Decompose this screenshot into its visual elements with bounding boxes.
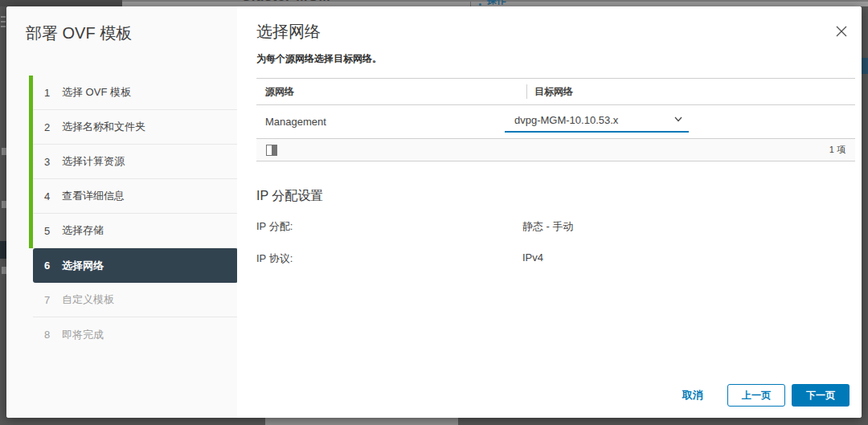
back-button[interactable]: 上一页 bbox=[727, 384, 785, 407]
backdrop-right-strip bbox=[862, 6, 868, 418]
actions-bullet-icon bbox=[479, 3, 481, 6]
wizard-steps-list: 1 选择 OVF 模板 2 选择名称和文件夹 3 选择计算资源 4 查看详细信息… bbox=[29, 76, 238, 352]
step-label: 查看详细信息 bbox=[62, 189, 125, 203]
backdrop-toolbar-fragment bbox=[0, 0, 122, 6]
step-number: 2 bbox=[44, 121, 55, 133]
step-number: 5 bbox=[44, 225, 55, 237]
step-label: 自定义模板 bbox=[62, 292, 114, 307]
wizard-main-panel: 选择网络 为每个源网络选择目标网络。 源网络 目标网络 Management d… bbox=[237, 6, 862, 418]
step-label: 选择 OVF 模板 bbox=[62, 85, 131, 100]
step-label: 选择网络 bbox=[62, 259, 104, 273]
backdrop-shade bbox=[0, 0, 868, 2]
target-network-select[interactable]: dvpg-MGM-10.10.53.x bbox=[505, 111, 689, 133]
step-number: 7 bbox=[44, 294, 55, 306]
background-cluster-title: Cluster-MGM bbox=[241, 0, 330, 5]
step-number: 3 bbox=[44, 156, 55, 168]
wizard-step-1[interactable]: 1 选择 OVF 模板 bbox=[33, 76, 238, 110]
source-network-cell: Management bbox=[256, 116, 526, 128]
next-button[interactable]: 下一页 bbox=[792, 384, 850, 407]
ip-protocol-value: IPv4 bbox=[522, 251, 543, 264]
table-footer: 1 项 bbox=[256, 138, 855, 161]
chevron-down-icon bbox=[673, 113, 684, 128]
ip-allocation-label: IP 分配: bbox=[256, 219, 293, 234]
columns-toggle-icon[interactable] bbox=[266, 145, 277, 156]
item-count: 1 项 bbox=[829, 144, 845, 156]
backdrop-button-fragment bbox=[862, 58, 868, 74]
step-number: 1 bbox=[44, 87, 55, 99]
close-icon[interactable] bbox=[834, 24, 849, 39]
step-label: 选择名称和文件夹 bbox=[62, 120, 145, 134]
wizard-step-5[interactable]: 5 选择存储 bbox=[33, 214, 238, 248]
ip-protocol-label: IP 协议: bbox=[256, 251, 293, 266]
step-number: 8 bbox=[44, 329, 55, 341]
step-label: 选择计算资源 bbox=[62, 154, 125, 169]
step-label: 选择存储 bbox=[62, 223, 104, 238]
step-number: 4 bbox=[44, 190, 55, 202]
table-row: Management dvpg-MGM-10.10.53.x bbox=[256, 105, 855, 138]
backdrop-fragment bbox=[1, 26, 6, 27]
dialog-footer: 取消 上一页 下一页 bbox=[682, 384, 850, 407]
ip-allocation-row: IP 分配: 静态 - 手动 bbox=[256, 219, 855, 234]
page-title: 选择网络 bbox=[256, 21, 321, 43]
wizard-sidebar: 部署 OVF 模板 1 选择 OVF 模板 2 选择名称和文件夹 3 选择计算资… bbox=[6, 6, 237, 418]
column-header-source[interactable]: 源网络 bbox=[256, 85, 526, 99]
backdrop-bottom-strip bbox=[0, 418, 868, 425]
select-value: dvpg-MGM-10.10.53.x bbox=[514, 114, 673, 126]
wizard-step-7: 7 自定义模板 bbox=[33, 283, 238, 317]
progress-bar bbox=[29, 76, 33, 248]
backdrop-fragment bbox=[1, 16, 6, 18]
backdrop-fragment bbox=[265, 418, 458, 425]
wizard-step-4[interactable]: 4 查看详细信息 bbox=[33, 179, 238, 214]
dialog-title: 部署 OVF 模板 bbox=[26, 22, 132, 44]
page-subtitle: 为每个源网络选择目标网络。 bbox=[256, 52, 382, 66]
deploy-ovf-dialog: 部署 OVF 模板 1 选择 OVF 模板 2 选择名称和文件夹 3 选择计算资… bbox=[6, 6, 862, 418]
wizard-step-3[interactable]: 3 选择计算资源 bbox=[33, 145, 238, 179]
column-header-target[interactable]: 目标网络 bbox=[526, 85, 855, 99]
column-divider[interactable] bbox=[526, 84, 527, 99]
ip-protocol-row: IP 协议: IPv4 bbox=[256, 251, 855, 266]
cancel-button[interactable]: 取消 bbox=[682, 388, 703, 403]
background-actions-link: 操作 bbox=[487, 0, 506, 6]
backdrop-selected-item-fragment bbox=[0, 241, 6, 259]
network-mapping-table: 源网络 目标网络 Management dvpg-MGM-10.10.53.x bbox=[256, 78, 855, 161]
step-label: 即将完成 bbox=[62, 328, 104, 342]
ip-section-title: IP 分配设置 bbox=[256, 188, 323, 205]
ip-allocation-value: 静态 - 手动 bbox=[522, 219, 574, 234]
backdrop-top-strip: Cluster-MGM 操作 bbox=[0, 0, 868, 6]
table-header-row: 源网络 目标网络 bbox=[256, 79, 855, 105]
backdrop-left-strip bbox=[0, 6, 6, 418]
backdrop-fragment bbox=[1, 21, 6, 22]
wizard-step-2[interactable]: 2 选择名称和文件夹 bbox=[33, 110, 238, 145]
step-number: 6 bbox=[44, 259, 55, 272]
wizard-step-8: 8 即将完成 bbox=[33, 317, 238, 352]
wizard-step-6-active[interactable]: 6 选择网络 bbox=[33, 248, 238, 283]
